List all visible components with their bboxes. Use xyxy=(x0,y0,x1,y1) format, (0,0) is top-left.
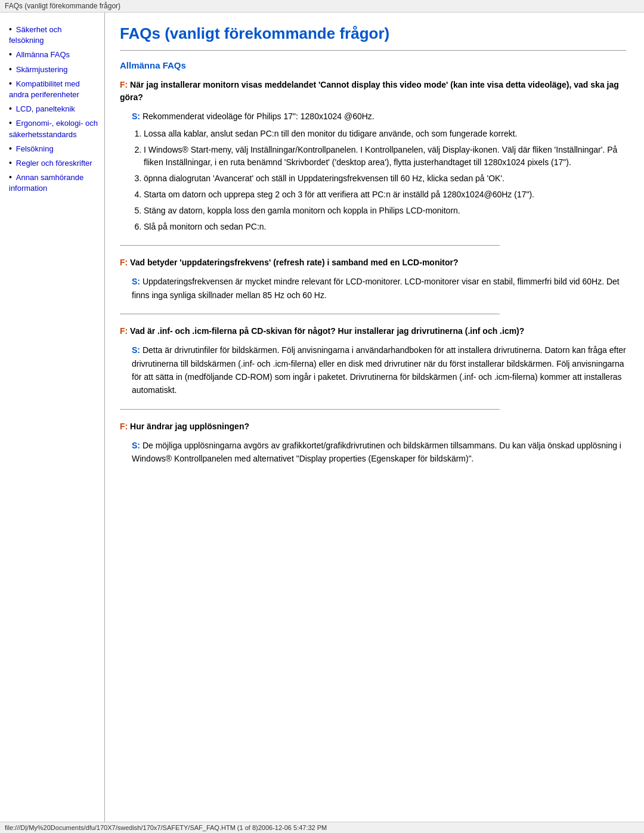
question-text-3: Vad är .inf- och .icm-filerna på CD-skiv… xyxy=(128,326,524,336)
sidebar-item-rules: • Regler och föreskrifter xyxy=(9,158,98,169)
sidebar-link-compat[interactable]: Kompatibilitet med andra periferenheter xyxy=(9,79,80,99)
sidebar-item-safety: • Säkerhet och felsökning xyxy=(9,24,98,46)
question-3: F: Vad är .inf- och .icm-filerna på CD-s… xyxy=(120,325,626,337)
s-label-4: S: xyxy=(132,441,140,450)
answer-intro-1: S: Rekommenderat videoläge för Philips 1… xyxy=(132,110,626,123)
sidebar-item-screen: • Skärmjustering xyxy=(9,64,98,75)
question-text-2: Vad betyder 'uppdateringsfrekvens' (refr… xyxy=(128,258,458,267)
sidebar-item-ergo: • Ergonomi-, ekologi- och säkerhetsstand… xyxy=(9,118,98,140)
status-bar-text: file:///D|/My%20Documents/dfu/170X7/swed… xyxy=(5,824,327,831)
bullet-2: • xyxy=(9,49,12,59)
sidebar-item-trouble: • Felsökning xyxy=(9,144,98,154)
question-block-4: F: Hur ändrar jag upplösningen? S: De mö… xyxy=(120,420,626,466)
question-text-4: Hur ändrar jag upplösningen? xyxy=(128,422,249,431)
answer-intro-text-1: Rekommenderat videoläge för Philips 17":… xyxy=(140,112,374,121)
divider-2 xyxy=(120,314,500,314)
answer-intro-text-2: Uppdateringsfrekvensen är mycket mindre … xyxy=(132,277,620,299)
sidebar-link-screen[interactable]: Skärmjustering xyxy=(16,65,68,74)
answer-2: S: Uppdateringsfrekvensen är mycket mind… xyxy=(132,275,626,302)
divider-3 xyxy=(120,409,500,410)
answer-3: S: Detta är drivrutinfiler för bildskärm… xyxy=(132,343,626,397)
sidebar-link-other[interactable]: Annan samhörande information xyxy=(9,173,83,193)
answer-4: S: De möjliga upplösningarna avgörs av g… xyxy=(132,439,626,466)
question-text-1: När jag installerar monitorn visas medde… xyxy=(120,80,619,102)
title-separator xyxy=(120,50,626,51)
bullet-7: • xyxy=(9,144,12,153)
list-item-1-1: Lossa alla kablar, anslut sedan PC:n til… xyxy=(144,128,626,140)
answer-list-1: Lossa alla kablar, anslut sedan PC:n til… xyxy=(144,128,626,233)
sidebar-nav: • Säkerhet och felsökning • Allmänna FAQ… xyxy=(9,24,98,194)
question-block-1: F: När jag installerar monitorn visas me… xyxy=(120,79,626,233)
status-bar: file:///D|/My%20Documents/dfu/170X7/swed… xyxy=(0,822,644,833)
sidebar-link-safety[interactable]: Säkerhet och felsökning xyxy=(9,25,61,45)
divider-1 xyxy=(120,245,500,246)
s-label-1: S: xyxy=(132,112,140,121)
page-title: FAQs (vanligt förekommande frågor) xyxy=(120,24,626,43)
list-item-1-6: Slå på monitorn och sedan PC:n. xyxy=(144,221,626,233)
list-item-1-4: Starta om datorn och upprepa steg 2 och … xyxy=(144,188,626,201)
bullet-9: • xyxy=(9,172,12,182)
bullet-6: • xyxy=(9,118,12,128)
list-item-1-5: Stäng av datorn, koppla loss den gamla m… xyxy=(144,205,626,217)
sidebar-link-faqs[interactable]: Allmänna FAQs xyxy=(16,50,70,59)
list-item-1-3: öpnna dialogrutan 'Avancerat' och ställ … xyxy=(144,172,626,185)
list-item-1-2: I Windows® Start-meny, välj Inställninga… xyxy=(144,144,626,169)
answer-intro-text-4: De möjliga upplösningarna avgörs av graf… xyxy=(132,441,621,463)
sidebar: • Säkerhet och felsökning • Allmänna FAQ… xyxy=(0,13,104,833)
bullet-3: • xyxy=(9,64,12,74)
sidebar-item-compat: • Kompatibilitet med andra periferenhete… xyxy=(9,79,98,100)
sidebar-link-ergo[interactable]: Ergonomi-, ekologi- och säkerhetsstandar… xyxy=(9,119,98,138)
f-label-1: F: xyxy=(120,80,128,89)
answer-intro-2: S: Uppdateringsfrekvensen är mycket mind… xyxy=(132,275,626,302)
section-title: Allmänna FAQs xyxy=(120,60,626,70)
answer-1: S: Rekommenderat videoläge för Philips 1… xyxy=(132,110,626,233)
s-label-2: S: xyxy=(132,277,140,286)
answer-intro-3: S: Detta är drivrutinfiler för bildskärm… xyxy=(132,343,626,397)
title-bar: FAQs (vanligt förekommande frågor) xyxy=(0,0,644,13)
sidebar-link-trouble[interactable]: Felsökning xyxy=(16,144,54,153)
sidebar-item-lcd: • LCD, panelteknik xyxy=(9,104,98,114)
question-2: F: Vad betyder 'uppdateringsfrekvens' (r… xyxy=(120,256,626,269)
main-content: FAQs (vanligt förekommande frågor) Allmä… xyxy=(104,13,644,833)
question-4: F: Hur ändrar jag upplösningen? xyxy=(120,420,626,433)
sidebar-item-faqs: • Allmänna FAQs xyxy=(9,49,98,60)
f-label-2: F: xyxy=(120,258,128,267)
f-label-3: F: xyxy=(120,326,128,336)
sidebar-item-other: • Annan samhörande information xyxy=(9,172,98,194)
s-label-3: S: xyxy=(132,345,140,355)
question-block-3: F: Vad är .inf- och .icm-filerna på CD-s… xyxy=(120,325,626,397)
sidebar-link-rules[interactable]: Regler och föreskrifter xyxy=(16,159,92,168)
bullet-4: • xyxy=(9,79,12,88)
bullet-8: • xyxy=(9,158,12,168)
answer-intro-4: S: De möjliga upplösningarna avgörs av g… xyxy=(132,439,626,466)
question-block-2: F: Vad betyder 'uppdateringsfrekvens' (r… xyxy=(120,256,626,302)
answer-intro-text-3: Detta är drivrutinfiler för bildskärmen.… xyxy=(132,345,626,395)
bullet-1: • xyxy=(9,24,12,34)
f-label-4: F: xyxy=(120,422,128,431)
question-1: F: När jag installerar monitorn visas me… xyxy=(120,79,626,104)
sidebar-link-lcd[interactable]: LCD, panelteknik xyxy=(16,104,75,113)
bullet-5: • xyxy=(9,104,12,113)
title-bar-text: FAQs (vanligt förekommande frågor) xyxy=(5,2,120,10)
